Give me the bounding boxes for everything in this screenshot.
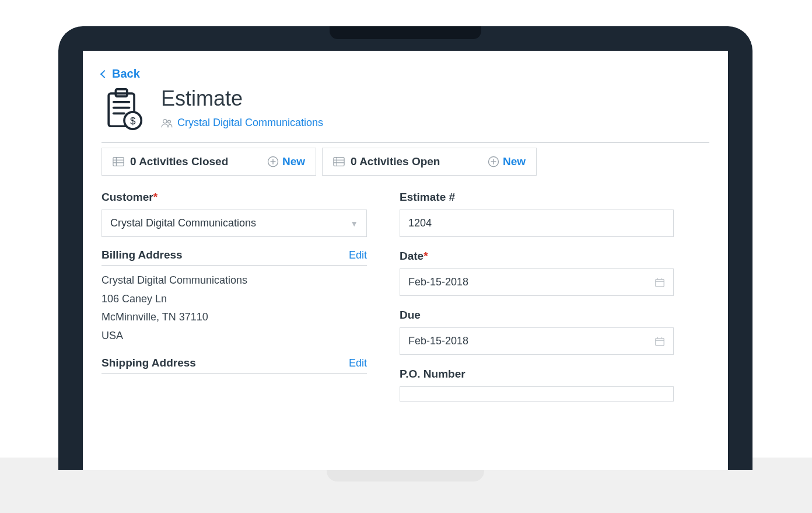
form-grid: Customer* Crystal Digital Communications… [102, 191, 709, 414]
estimate-no-value: 1204 [408, 217, 432, 229]
header-separator [102, 142, 709, 143]
page-content: Back $ Estimate [83, 51, 728, 414]
left-column: Customer* Crystal Digital Communications… [102, 191, 367, 414]
estimate-no-label: Estimate # [400, 191, 674, 204]
date-label: Date* [400, 250, 674, 263]
billing-edit-link[interactable]: Edit [349, 249, 367, 261]
activities-closed-card: 0 Activities Closed New [102, 148, 316, 176]
activity-row: 0 Activities Closed New [102, 148, 709, 176]
people-icon [161, 118, 173, 128]
svg-rect-30 [656, 338, 664, 346]
customer-field-label: Customer* [102, 191, 367, 204]
activities-open-card: 0 Activities Open New [322, 148, 537, 176]
customer-subline: Crystal Digital Communications [161, 117, 323, 129]
caret-down-icon: ▼ [350, 219, 358, 228]
list-icon [333, 156, 345, 167]
calendar-icon [654, 336, 665, 347]
shipping-header: Shipping Address Edit [102, 357, 367, 374]
due-label: Due [400, 309, 674, 322]
billing-label: Billing Address [102, 249, 183, 261]
right-column: Estimate # 1204 Date* Feb-15-2018 [400, 191, 674, 414]
page-header: $ Estimate Cry [102, 86, 709, 132]
customer-value: Crystal Digital Communications [110, 217, 256, 229]
plus-circle-icon [267, 156, 279, 167]
plus-circle-icon [488, 156, 499, 167]
due-input[interactable]: Feb-15-2018 [400, 327, 674, 355]
estimate-clipboard-icon: $ [102, 86, 147, 132]
billing-header: Billing Address Edit [102, 249, 367, 266]
svg-point-7 [163, 119, 167, 123]
svg-rect-16 [334, 158, 344, 166]
back-label: Back [112, 67, 140, 81]
svg-rect-9 [113, 158, 124, 166]
shipping-label: Shipping Address [102, 357, 196, 369]
billing-line2: 106 Caney Ln [102, 290, 367, 309]
new-label: New [503, 155, 526, 168]
new-closed-activity-button[interactable]: New [267, 155, 305, 168]
svg-text:$: $ [130, 116, 136, 127]
chevron-left-icon [100, 69, 108, 78]
activities-closed-label: 0 Activities Closed [130, 155, 228, 168]
billing-line3: McMinnville, TN 37110 [102, 308, 367, 327]
customer-select[interactable]: Crystal Digital Communications ▼ [102, 210, 367, 237]
shipping-edit-link[interactable]: Edit [349, 357, 367, 369]
title-block: Estimate Crystal Digital Communications [161, 86, 323, 129]
laptop-bottom-notch [327, 470, 484, 481]
calendar-icon [654, 277, 665, 288]
billing-line4: USA [102, 327, 367, 346]
screen: Back $ Estimate [83, 51, 728, 470]
estimate-no-input[interactable]: 1204 [400, 210, 674, 237]
laptop-camera-notch [330, 26, 481, 39]
po-label: P.O. Number [400, 368, 674, 381]
billing-address: Crystal Digital Communications 106 Caney… [102, 271, 367, 345]
activities-open-label: 0 Activities Open [351, 155, 440, 168]
svg-point-8 [168, 120, 171, 123]
laptop-frame: Back $ Estimate [58, 26, 752, 470]
new-open-activity-button[interactable]: New [488, 155, 526, 168]
po-input[interactable] [400, 386, 674, 402]
list-icon [113, 156, 124, 167]
date-input[interactable]: Feb-15-2018 [400, 268, 674, 296]
svg-rect-23 [656, 279, 664, 287]
customer-link[interactable]: Crystal Digital Communications [177, 117, 323, 129]
back-link[interactable]: Back [102, 67, 140, 81]
page-title: Estimate [161, 86, 323, 111]
date-value: Feb-15-2018 [408, 276, 468, 288]
new-label: New [282, 155, 305, 168]
billing-line1: Crystal Digital Communications [102, 271, 367, 290]
due-value: Feb-15-2018 [408, 335, 468, 347]
